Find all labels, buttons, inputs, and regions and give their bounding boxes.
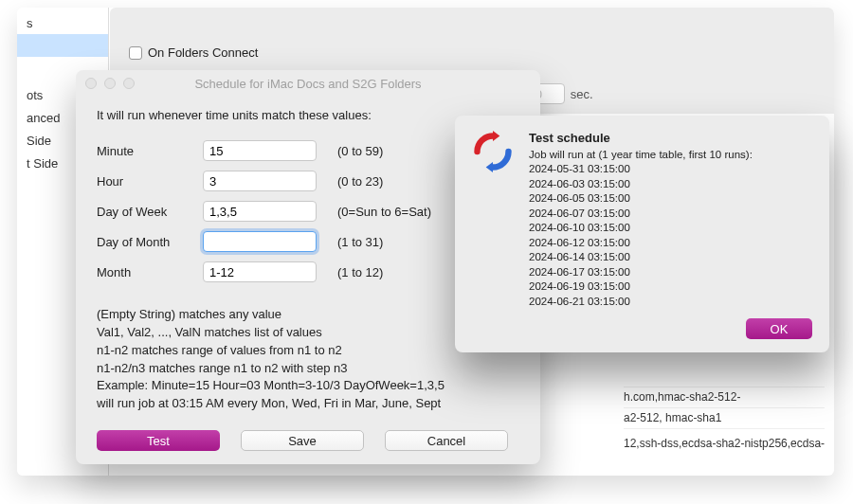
run-item: 2024-06-21 03:15:00 — [529, 295, 812, 310]
checkbox-label: On Folders Connect — [148, 45, 258, 60]
run-item: 2024-06-03 03:15:00 — [529, 177, 812, 192]
sidebar-item-label: t Side — [27, 156, 58, 171]
month-label: Month — [97, 265, 203, 279]
run-item: 2024-06-10 03:15:00 — [529, 221, 812, 236]
save-button[interactable]: Save — [241, 430, 364, 451]
day-of-month-hint: (1 to 31) — [337, 235, 383, 249]
minimize-icon[interactable] — [104, 78, 116, 89]
run-item: 2024-06-05 03:15:00 — [529, 191, 812, 207]
help-line: will run job at 03:15 AM every Mon, Wed,… — [97, 395, 519, 413]
sidebar-item-label: ots — [27, 88, 43, 102]
day-of-week-input[interactable] — [203, 201, 317, 222]
bg-text-line: h.com,hmac-sha2-512- — [624, 388, 740, 406]
button-label: Save — [288, 434, 317, 448]
day-of-week-hint: (0=Sun to 6=Sat) — [337, 205, 431, 219]
on-folders-connect-checkbox[interactable]: On Folders Connect — [129, 45, 258, 60]
dialog-title: Schedule for iMac Docs and S2G Folders — [76, 77, 540, 91]
cancel-button[interactable]: Cancel — [385, 430, 508, 451]
hour-input[interactable] — [203, 171, 317, 191]
delay-unit: sec. — [571, 87, 593, 101]
alert-title: Test schedule — [529, 131, 812, 145]
button-label: OK — [771, 322, 789, 336]
minute-input[interactable] — [203, 140, 317, 161]
help-line: Example: Minute=15 Hour=03 Month=3-10/3 … — [97, 377, 519, 395]
minute-label: Minute — [97, 144, 203, 158]
sidebar-item[interactable] — [17, 34, 108, 57]
test-button[interactable]: Test — [97, 430, 220, 451]
sidebar-item-label: anced — [27, 111, 60, 125]
sidebar-item-label: s — [27, 16, 33, 30]
run-item: 2024-06-12 03:15:00 — [529, 236, 812, 251]
run-item: 2024-06-19 03:15:00 — [529, 279, 812, 295]
month-input[interactable] — [203, 261, 317, 282]
button-label: Cancel — [427, 434, 465, 448]
run-item: 2024-06-14 03:15:00 — [529, 250, 812, 265]
bg-text-line: a2-512, hmac-sha1 — [624, 409, 721, 427]
svg-marker-1 — [486, 162, 493, 172]
button-label: Test — [147, 434, 170, 448]
svg-marker-0 — [493, 131, 499, 141]
dialog-titlebar[interactable]: Schedule for iMac Docs and S2G Folders — [76, 70, 540, 97]
close-icon[interactable] — [85, 78, 97, 89]
hour-label: Hour — [97, 174, 203, 189]
minute-hint: (0 to 59) — [337, 144, 383, 158]
zoom-icon[interactable] — [123, 78, 135, 89]
alert-subtitle: Job will run at (1 year time table, firs… — [529, 149, 812, 160]
window-controls — [85, 78, 135, 89]
checkbox-icon — [129, 46, 142, 60]
sync-icon — [472, 131, 514, 172]
run-item: 2024-06-17 03:15:00 — [529, 265, 812, 280]
run-item: 2024-05-31 03:15:00 — [529, 162, 812, 177]
help-line: n1-n2/n3 matches range n1 to n2 with ste… — [97, 360, 519, 378]
hour-hint: (0 to 23) — [337, 174, 383, 189]
month-hint: (1 to 12) — [337, 265, 383, 279]
ok-button[interactable]: OK — [746, 318, 812, 339]
run-item: 2024-06-07 03:15:00 — [529, 207, 812, 222]
bg-text-line: 12,ssh-dss,ecdsa-sha2-nistp256,ecdsa-sha… — [624, 435, 825, 453]
day-of-week-label: Day of Week — [97, 205, 203, 219]
test-schedule-alert: Test schedule Job will run at (1 year ti… — [455, 116, 829, 352]
day-of-month-label: Day of Month — [97, 235, 203, 249]
day-of-month-input[interactable] — [203, 231, 317, 252]
alert-run-list: 2024-05-31 03:15:00 2024-06-03 03:15:00 … — [529, 162, 812, 309]
sidebar-item[interactable]: s — [17, 11, 108, 34]
background-text: h.com,hmac-sha2-512- a2-512, hmac-sha1 1… — [624, 387, 825, 459]
sidebar-item-label: Side — [27, 134, 51, 148]
